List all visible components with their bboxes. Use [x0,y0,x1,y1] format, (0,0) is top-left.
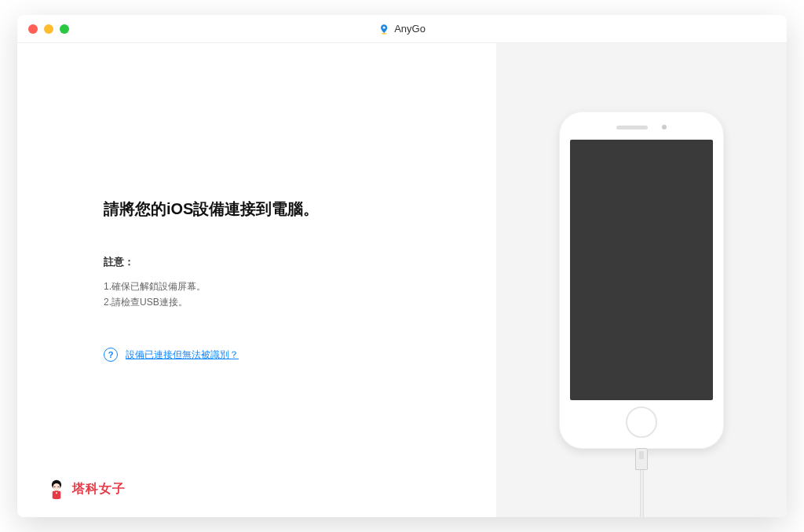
phone-home-button [626,406,657,438]
window-title: AnyGo [378,23,426,35]
phone-illustration [559,111,724,449]
lightning-connector [635,448,648,470]
cable-wire [640,470,644,517]
watermark-text: 塔科女子 [72,481,126,497]
svg-point-3 [53,483,60,490]
note-label: 註意： [104,255,465,269]
instructions-pane: 請將您的iOS設備連接到電腦。 註意： 1.確保已解鎖設備屏幕。 2.請檢查US… [17,43,496,517]
usb-cable-illustration [635,448,648,517]
help-icon: ? [104,348,118,362]
svg-point-5 [57,486,58,487]
minimize-button[interactable] [44,24,53,34]
app-name-label: AnyGo [394,23,426,35]
phone-top [570,122,713,132]
phone-speaker [616,126,648,129]
help-row: ? 設備已連接但無法被識別？ [104,348,465,362]
close-button[interactable] [28,24,38,34]
svg-point-4 [54,486,55,487]
title-bar: AnyGo [17,15,787,43]
maximize-button[interactable] [60,24,69,34]
svg-point-1 [383,26,386,28]
phone-camera [662,125,667,129]
app-window: AnyGo 請將您的iOS設備連接到電腦。 註意： 1.確保已解鎖設備屏幕。 2… [17,15,787,517]
watermark-avatar-icon [46,478,68,500]
location-pin-icon [378,24,389,35]
illustration-pane [496,43,787,517]
device-not-recognized-link[interactable]: 設備已連接但無法被識別？ [126,348,239,362]
note-item-2: 2.請檢查USB連接。 [104,294,465,310]
note-item-1: 1.確保已解鎖設備屏幕。 [104,279,465,294]
watermark: 塔科女子 [46,478,126,500]
window-controls [17,24,69,34]
svg-point-6 [56,492,57,494]
content-area: 請將您的iOS設備連接到電腦。 註意： 1.確保已解鎖設備屏幕。 2.請檢查US… [17,43,787,517]
connect-heading: 請將您的iOS設備連接到電腦。 [104,199,465,220]
phone-screen [570,140,713,400]
